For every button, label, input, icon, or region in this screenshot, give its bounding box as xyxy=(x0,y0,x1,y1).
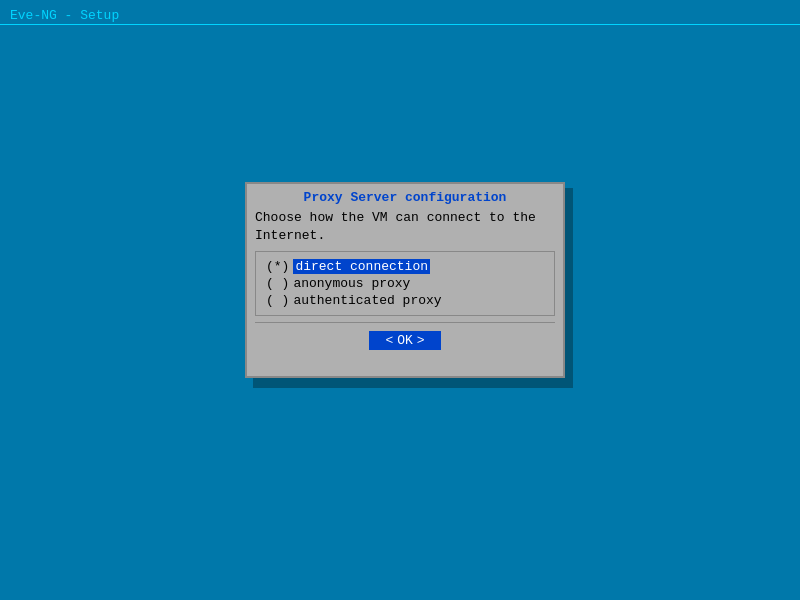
radio-label-direct: direct connection xyxy=(293,259,430,274)
dialog-description: Choose how the VM can connect to the Int… xyxy=(247,207,563,251)
ok-right-arrow: > xyxy=(417,333,425,348)
proxy-config-dialog: Proxy Server configuration Choose how th… xyxy=(245,182,565,378)
dialog-title: Proxy Server configuration xyxy=(247,184,563,207)
option-direct-connection[interactable]: (*) direct connection xyxy=(266,258,544,275)
radio-indicator-authenticated: ( ) xyxy=(266,293,289,308)
radio-label-anonymous: anonymous proxy xyxy=(293,276,410,291)
options-area: (*) direct connection ( ) anonymous prox… xyxy=(255,251,555,316)
radio-label-authenticated: authenticated proxy xyxy=(293,293,441,308)
ok-left-arrow: < xyxy=(385,333,393,348)
title-bar: Eve-NG - Setup xyxy=(10,8,119,23)
top-separator xyxy=(0,24,800,25)
radio-indicator-direct: (*) xyxy=(266,259,289,274)
option-authenticated-proxy[interactable]: ( ) authenticated proxy xyxy=(266,292,544,309)
ok-button[interactable]: < OK > xyxy=(369,331,440,350)
ok-button-label: OK xyxy=(397,333,413,348)
radio-indicator-anonymous: ( ) xyxy=(266,276,289,291)
option-anonymous-proxy[interactable]: ( ) anonymous proxy xyxy=(266,275,544,292)
button-area: < OK > xyxy=(247,323,563,358)
